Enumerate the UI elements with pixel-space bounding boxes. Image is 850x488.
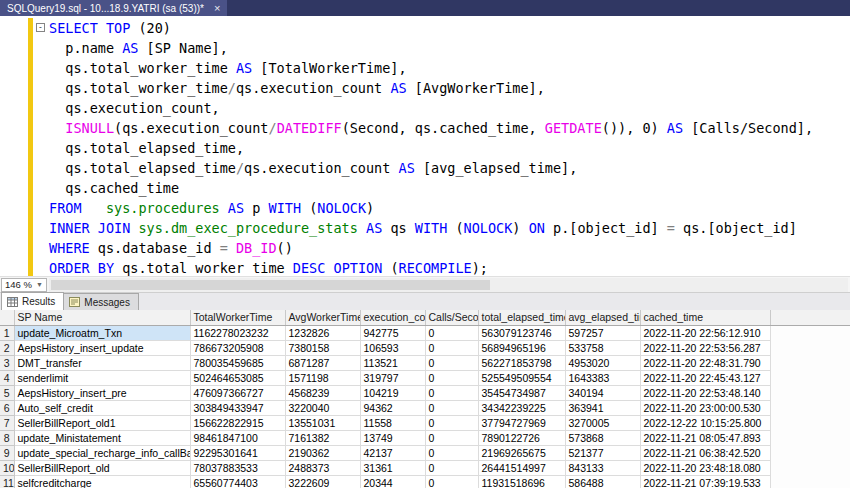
grid-cell[interactable]: 13551031	[285, 415, 360, 430]
grid-cell[interactable]: 521377	[565, 445, 640, 460]
grid-cell[interactable]: 26441514997	[478, 460, 565, 475]
grid-cell[interactable]: 0	[425, 415, 478, 430]
column-header[interactable]: avg_elapsed_time	[565, 310, 640, 325]
grid-cell[interactable]: senderlimit	[14, 370, 190, 385]
grid-cell[interactable]: SellerBillReport_old1	[14, 415, 190, 430]
grid-cell[interactable]: 7161382	[285, 430, 360, 445]
collapse-region-icon[interactable]: -	[36, 23, 45, 32]
grid-cell[interactable]: update_Ministatement	[14, 430, 190, 445]
grid-cell[interactable]: 533758	[565, 340, 640, 355]
grid-cell[interactable]: 34342239225	[478, 400, 565, 415]
grid-cell[interactable]: 13749	[360, 430, 425, 445]
tab-close-icon[interactable]: ×	[214, 3, 220, 13]
grid-cell[interactable]: 11931518696	[478, 475, 565, 488]
grid-cell[interactable]: 2022-11-20 22:48:31.790	[640, 355, 770, 370]
grid-cell[interactable]: 0	[425, 340, 478, 355]
grid-cell[interactable]: update_special_recharge_info_callBack	[14, 445, 190, 460]
grid-cell[interactable]: 502464653085	[190, 370, 285, 385]
grid-cell[interactable]: 78037883533	[190, 460, 285, 475]
grid-cell[interactable]: 0	[425, 445, 478, 460]
row-number[interactable]: 5	[0, 385, 14, 400]
grid-cell[interactable]: 42137	[360, 445, 425, 460]
grid-cell[interactable]: 562271853798	[478, 355, 565, 370]
grid-cell[interactable]: 597257	[565, 325, 640, 340]
code-line[interactable]: qs.total_elapsed_time,	[0, 138, 850, 158]
code-line[interactable]: WHERE qs.database_id = DB_ID()	[0, 238, 850, 258]
grid-cell[interactable]: 7380158	[285, 340, 360, 355]
grid-cell[interactable]: 2022-12-22 10:15:25.800	[640, 415, 770, 430]
grid-cell[interactable]: 0	[425, 400, 478, 415]
grid-cell[interactable]: 35454734987	[478, 385, 565, 400]
grid-cell[interactable]: 786673205908	[190, 340, 285, 355]
sql-editor[interactable]: -SELECT TOP (20) p.name AS [SP Name], qs…	[0, 16, 850, 276]
grid-cell[interactable]: 2190362	[285, 445, 360, 460]
code-line[interactable]: FROM sys.procedures AS p WITH (NOLOCK)	[0, 198, 850, 218]
tab-results[interactable]: Results	[1, 292, 64, 310]
column-header[interactable]: total_elapsed_time	[478, 310, 565, 325]
grid-cell[interactable]: 113521	[360, 355, 425, 370]
grid-cell[interactable]: 0	[425, 325, 478, 340]
grid-cell[interactable]: 6871287	[285, 355, 360, 370]
grid-cell[interactable]: 94362	[360, 400, 425, 415]
code-line[interactable]: qs.cached_time	[0, 178, 850, 198]
grid-cell[interactable]: 4953020	[565, 355, 640, 370]
grid-cell[interactable]: 303849433947	[190, 400, 285, 415]
grid-cell[interactable]: 2022-11-20 22:56:12.910	[640, 325, 770, 340]
grid-cell[interactable]: 319797	[360, 370, 425, 385]
code-line[interactable]: qs.total_worker_time AS [TotalWorkerTime…	[0, 58, 850, 78]
grid-cell[interactable]: 780035459685	[190, 355, 285, 370]
grid-cell[interactable]: 31361	[360, 460, 425, 475]
grid-cell[interactable]: 2022-11-20 23:48:18.080	[640, 460, 770, 475]
grid-cell[interactable]: 0	[425, 370, 478, 385]
row-number[interactable]: 4	[0, 370, 14, 385]
row-number[interactable]: 7	[0, 415, 14, 430]
code-line[interactable]: p.name AS [SP Name],	[0, 38, 850, 58]
grid-cell[interactable]: 3270005	[565, 415, 640, 430]
grid-cell[interactable]: 0	[425, 460, 478, 475]
grid-cell[interactable]: 92295301641	[190, 445, 285, 460]
grid-cell[interactable]: 2022-11-20 22:53:56.287	[640, 340, 770, 355]
column-header[interactable]: AvgWorkerTime	[285, 310, 360, 325]
grid-cell[interactable]: 4568239	[285, 385, 360, 400]
grid-cell[interactable]: 21969265675	[478, 445, 565, 460]
grid-cell[interactable]: 156622822915	[190, 415, 285, 430]
grid-cell[interactable]: 1162278023232	[190, 325, 285, 340]
grid-cell[interactable]: 2022-11-21 06:38:42.520	[640, 445, 770, 460]
column-header[interactable]: execution_count	[360, 310, 425, 325]
results-grid[interactable]: SP NameTotalWorkerTimeAvgWorkerTimeexecu…	[0, 310, 850, 488]
grid-cell[interactable]: 3220040	[285, 400, 360, 415]
row-number[interactable]: 9	[0, 445, 14, 460]
editor-zoom-control[interactable]: 146 % ▼	[1, 278, 47, 292]
grid-cell[interactable]: 1571198	[285, 370, 360, 385]
row-number[interactable]: 2	[0, 340, 14, 355]
scrollbar-thumb[interactable]	[51, 280, 491, 290]
grid-cell[interactable]: 65560774403	[190, 475, 285, 488]
grid-cell[interactable]: AepsHistory_insert_update	[14, 340, 190, 355]
grid-cell[interactable]: 11558	[360, 415, 425, 430]
tab-messages[interactable]: Messages	[63, 293, 139, 310]
column-header[interactable]: TotalWorkerTime	[190, 310, 285, 325]
grid-cell[interactable]: 37794727969	[478, 415, 565, 430]
grid-cell[interactable]: 476097366727	[190, 385, 285, 400]
code-line[interactable]: qs.execution_count,	[0, 98, 850, 118]
code-line[interactable]: ORDER BY qs.total_worker_time DESC OPTIO…	[0, 258, 850, 276]
column-header[interactable]: cached_time	[640, 310, 770, 325]
grid-cell[interactable]: 942775	[360, 325, 425, 340]
grid-cell[interactable]: 586488	[565, 475, 640, 488]
grid-cell[interactable]: SellerBillReport_old	[14, 460, 190, 475]
grid-cell[interactable]: 0	[425, 355, 478, 370]
grid-cell[interactable]: update_Microatm_Txn	[14, 325, 190, 340]
editor-horizontal-scrollbar[interactable]	[49, 278, 848, 292]
code-line[interactable]: INNER JOIN sys.dm_exec_procedure_stats A…	[0, 218, 850, 238]
grid-cell[interactable]: 7890122726	[478, 430, 565, 445]
code-line[interactable]: -SELECT TOP (20)	[0, 18, 850, 38]
code-line[interactable]: qs.total_worker_time/qs.execution_count …	[0, 78, 850, 98]
row-number[interactable]: 3	[0, 355, 14, 370]
grid-cell[interactable]: 2022-11-21 07:39:19.533	[640, 475, 770, 488]
row-number[interactable]: 10	[0, 460, 14, 475]
row-number[interactable]: 1	[0, 325, 14, 340]
column-header[interactable]: SP Name	[14, 310, 190, 325]
grid-cell[interactable]: 2022-11-20 23:00:00.530	[640, 400, 770, 415]
code-line[interactable]: qs.total_elapsed_time/qs.execution_count…	[0, 158, 850, 178]
row-number[interactable]: 8	[0, 430, 14, 445]
